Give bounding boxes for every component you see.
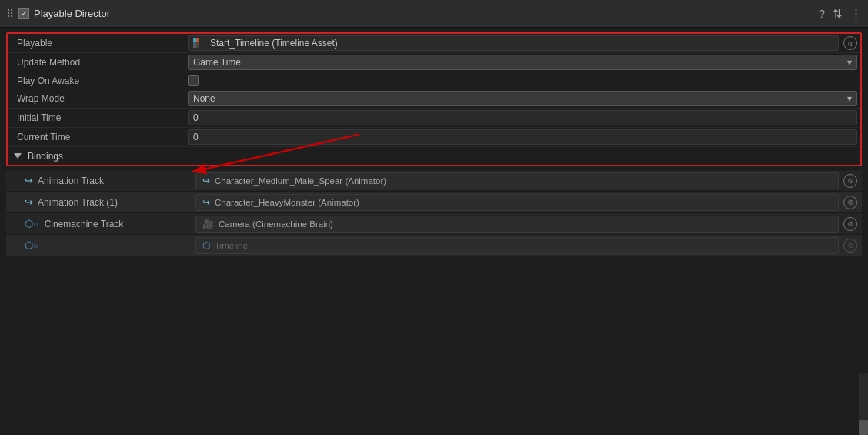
binding-label-3: ⬡ ○ <box>6 239 191 251</box>
current-time-input[interactable]: 0 <box>188 129 857 145</box>
panel-title: Playable Director <box>34 8 110 19</box>
playable-row: Playable <box>8 34 860 52</box>
binding-asset-text-1: Character_HeavyMonster (Animator) <box>215 198 359 207</box>
binding-value-3: ⬡ Timeline ◎ <box>191 237 862 254</box>
binding-asset-icon-2: 🎥 <box>202 219 214 229</box>
binding-label-1: ↪ Animation Track (1) <box>6 196 191 208</box>
wrap-mode-label: Wrap Mode <box>8 92 185 105</box>
play-on-awake-row: Play On Awake <box>8 72 860 89</box>
binding-row-2: ⬡ ○ Cinemachine Track 🎥 Camera (Cinemach… <box>6 212 862 234</box>
playable-asset-field[interactable]: Start_Timeline (Timeline Asset) <box>188 35 839 51</box>
panel-content: Playable <box>0 28 868 435</box>
play-on-awake-value <box>185 75 860 87</box>
binding-asset-icon-1: ↪ <box>202 197 210 208</box>
binding-asset-box-0[interactable]: ↪ Character_Medium_Male_Spear (Animator) <box>195 172 839 189</box>
current-time-row: Current Time 0 <box>8 127 860 146</box>
svg-rect-3 <box>196 42 199 45</box>
svg-rect-4 <box>193 45 196 48</box>
bindings-label: Bindings <box>28 151 63 162</box>
binding-target-btn-3[interactable]: ◎ <box>843 239 857 253</box>
wrap-mode-dropdown[interactable]: None ▾ <box>188 91 857 106</box>
header-right: ? ⇅ ⋮ <box>819 8 862 19</box>
drag-handle-icon: ⠿ <box>6 8 14 20</box>
binding-row-0: ↪ Animation Track ↪ Character_Medium_Mal… <box>6 169 862 191</box>
playable-target-btn[interactable]: ◎ <box>843 36 857 50</box>
bindings-expand-icon <box>14 153 22 159</box>
wrap-mode-row: Wrap Mode None ▾ <box>8 89 860 108</box>
anim-track-icon-0: ↪ <box>25 175 33 186</box>
more-options-icon[interactable]: ⋮ <box>850 8 862 19</box>
binding-value-2: 🎥 Camera (Cinemachine Brain) ◎ <box>191 216 862 233</box>
binding-asset-icon-3: ⬡ <box>202 240 210 251</box>
binding-target-btn-2[interactable]: ◎ <box>843 217 857 231</box>
current-time-label: Current Time <box>8 130 185 144</box>
binding-target-btn-1[interactable]: ◎ <box>843 196 857 209</box>
update-method-dropdown[interactable]: Game Time ▾ <box>188 55 857 70</box>
enabled-checkbox[interactable]: ✓ <box>18 8 29 19</box>
binding-label-2: ⬡ ○ Cinemachine Track <box>6 218 191 229</box>
play-on-awake-checkbox[interactable] <box>188 75 199 86</box>
svg-rect-1 <box>193 42 196 45</box>
binding-target-btn-0[interactable]: ◎ <box>843 174 857 188</box>
scrollbar[interactable] <box>859 373 868 435</box>
playable-value: Start_Timeline (Timeline Asset) ◎ <box>185 35 860 52</box>
binding-asset-box-1[interactable]: ↪ Character_HeavyMonster (Animator) <box>195 194 839 211</box>
binding-track-name-2: Cinemachine Track <box>45 219 124 229</box>
update-method-label: Update Method <box>8 55 185 69</box>
svg-rect-0 <box>193 38 196 42</box>
playable-asset-text: Start_Timeline (Timeline Asset) <box>210 38 338 49</box>
properties-section: Playable <box>6 32 862 166</box>
binding-track-name-0: Animation Track <box>38 176 104 186</box>
binding-asset-text-3: Timeline <box>215 241 248 250</box>
playable-label: Playable <box>8 36 185 50</box>
initial-time-value: 0 <box>185 109 860 126</box>
wrap-mode-value: None ▾ <box>185 90 860 107</box>
binding-asset-box-3[interactable]: ⬡ Timeline <box>195 237 839 254</box>
binding-asset-icon-0: ↪ <box>202 176 210 186</box>
binding-row-1: ↪ Animation Track (1) ↪ Character_HeavyM… <box>6 191 862 212</box>
update-method-arrow: ▾ <box>847 57 852 68</box>
panel-header: ⠿ ✓ Playable Director ? ⇅ ⋮ <box>0 0 868 28</box>
svg-rect-5 <box>196 45 199 48</box>
cin-track-icon-3: ⬡ <box>25 239 33 251</box>
binding-asset-text-0: Character_Medium_Male_Spear (Animator) <box>215 176 386 186</box>
current-time-value: 0 <box>185 129 860 146</box>
binding-label-0: ↪ Animation Track <box>6 175 191 186</box>
header-left: ⠿ ✓ Playable Director <box>6 8 819 20</box>
update-method-value: Game Time ▾ <box>185 54 860 71</box>
settings-icon[interactable]: ⇅ <box>833 8 843 19</box>
binding-value-0: ↪ Character_Medium_Male_Spear (Animator)… <box>191 172 862 189</box>
help-icon[interactable]: ? <box>819 8 825 19</box>
svg-rect-2 <box>196 38 199 42</box>
wrap-mode-arrow: ▾ <box>847 93 852 104</box>
scrollbar-thumb[interactable] <box>859 420 868 435</box>
cin-track-icon-2: ⬡ <box>25 218 33 229</box>
playable-director-panel: ⠿ ✓ Playable Director ? ⇅ ⋮ Playable <box>0 0 868 435</box>
play-on-awake-label: Play On Awake <box>8 74 185 88</box>
binding-track-name-1: Animation Track (1) <box>38 197 118 208</box>
binding-row-3: ⬡ ○ ⬡ Timeline ◎ <box>6 234 862 256</box>
anim-track-icon-1: ↪ <box>25 196 33 208</box>
update-method-row: Update Method Game Time ▾ <box>8 52 860 72</box>
playable-asset-icon <box>193 38 205 48</box>
initial-time-label: Initial Time <box>8 111 185 125</box>
bindings-list: ↪ Animation Track ↪ Character_Medium_Mal… <box>6 169 862 256</box>
binding-value-1: ↪ Character_HeavyMonster (Animator) ◎ <box>191 194 862 211</box>
bindings-header-row[interactable]: Bindings <box>8 146 860 165</box>
binding-asset-box-2[interactable]: 🎥 Camera (Cinemachine Brain) <box>195 216 839 233</box>
binding-asset-text-2: Camera (Cinemachine Brain) <box>219 219 333 229</box>
initial-time-row: Initial Time 0 <box>8 108 860 127</box>
initial-time-input[interactable]: 0 <box>188 110 857 125</box>
